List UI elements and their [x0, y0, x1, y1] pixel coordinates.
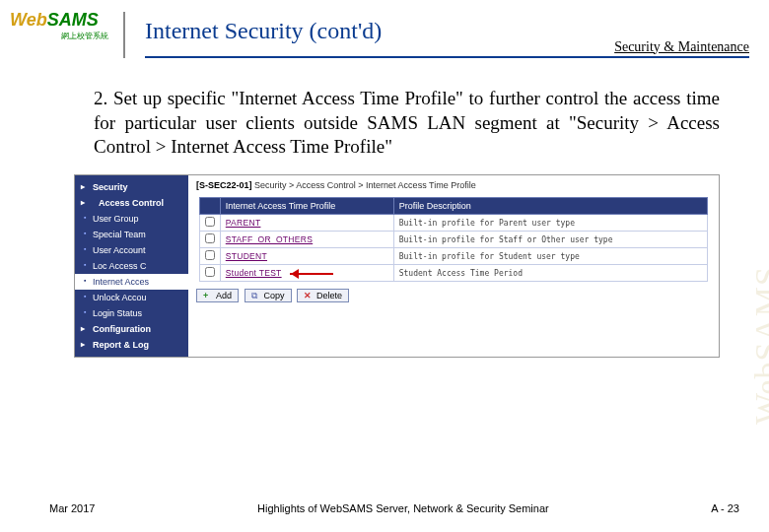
profile-link[interactable]: STUDENT	[226, 251, 267, 261]
profile-link[interactable]: STAFF_OR_OTHERS	[226, 234, 313, 244]
delete-button[interactable]: ✕Delete	[297, 289, 349, 302]
profile-desc: Built-in profile for Student user type	[393, 248, 708, 265]
page-path: Security > Access Control > Internet Acc…	[254, 180, 476, 190]
col-checkbox	[199, 198, 220, 215]
profile-desc: Student Access Time Period	[393, 265, 708, 282]
sidebar-item[interactable]: User Group	[75, 211, 188, 227]
footer-date: Mar 2017	[49, 502, 95, 514]
col-profile: Internet Access Time Profile	[220, 198, 393, 215]
sidebar-item[interactable]: User Account	[75, 242, 188, 258]
embedded-screenshot: Security Access Control User GroupSpecia…	[74, 174, 720, 358]
add-icon: +	[203, 291, 213, 300]
col-desc: Profile Description	[393, 198, 708, 215]
row-checkbox[interactable]	[205, 250, 215, 260]
slide-footer: Mar 2017 Highlights of WebSAMS Server, N…	[0, 502, 769, 514]
logo-web: Web	[10, 10, 47, 30]
sidebar-config[interactable]: Configuration	[75, 321, 188, 337]
annotation-arrow	[290, 270, 339, 278]
row-checkbox[interactable]	[205, 267, 215, 277]
profile-link[interactable]: Student TEST	[226, 268, 282, 278]
table-row: PARENTBuilt-in profile for Parent user t…	[199, 215, 707, 232]
watermark: WebSAMS	[748, 266, 769, 425]
button-bar: +Add ⧉Copy ✕Delete	[188, 284, 719, 307]
websams-logo: WebSAMS 網上校管系統	[10, 10, 108, 59]
profile-desc: Built-in profile for Staff or Other user…	[393, 232, 708, 248]
footer-page: A - 23	[711, 502, 739, 514]
instruction-text: 2. Set up specific "Internet Access Time…	[94, 87, 720, 160]
delete-icon: ✕	[304, 291, 314, 300]
sidebar-item[interactable]: Special Team	[75, 227, 188, 242]
profile-link[interactable]: PARENT	[226, 218, 261, 228]
sidebar-root[interactable]: Security	[75, 179, 188, 195]
nav-sidebar: Security Access Control User GroupSpecia…	[75, 175, 188, 357]
row-checkbox[interactable]	[205, 217, 215, 227]
profile-table: Internet Access Time Profile Profile Des…	[199, 197, 708, 282]
copy-button[interactable]: ⧉Copy	[245, 289, 292, 302]
sidebar-report[interactable]: Report & Log	[75, 337, 188, 353]
section-breadcrumb: Security & Maintenance	[614, 39, 749, 55]
table-row: STAFF_OR_OTHERSBuilt-in profile for Staf…	[199, 232, 707, 248]
table-row: STUDENTBuilt-in profile for Student user…	[199, 248, 707, 265]
row-checkbox[interactable]	[205, 233, 215, 243]
add-button[interactable]: +Add	[196, 289, 239, 302]
sidebar-item[interactable]: Unlock Accou	[75, 290, 188, 305]
copy-icon: ⧉	[251, 291, 261, 300]
logo-sams: SAMS	[47, 10, 99, 30]
profile-desc: Built-in profile for Parent user type	[393, 215, 708, 232]
title-divider	[145, 56, 749, 58]
sidebar-item[interactable]: Login Status	[75, 305, 188, 321]
main-panel: [S-SEC22-01] Security > Access Control >…	[188, 175, 719, 357]
slide-header: WebSAMS 網上校管系統 Internet Security (cont'd…	[0, 0, 769, 59]
footer-title: Highlights of WebSAMS Server, Network & …	[257, 502, 549, 514]
page-breadcrumb: [S-SEC22-01] Security > Access Control >…	[188, 175, 719, 195]
sidebar-item[interactable]: Loc Access C	[75, 258, 188, 274]
page-code: [S-SEC22-01]	[196, 180, 252, 190]
table-row: Student TESTStudent Access Time Period	[199, 265, 707, 282]
logo-subtitle: 網上校管系統	[10, 31, 108, 41]
sidebar-group[interactable]: Access Control	[75, 195, 188, 211]
sidebar-item[interactable]: Internet Acces	[75, 274, 188, 290]
